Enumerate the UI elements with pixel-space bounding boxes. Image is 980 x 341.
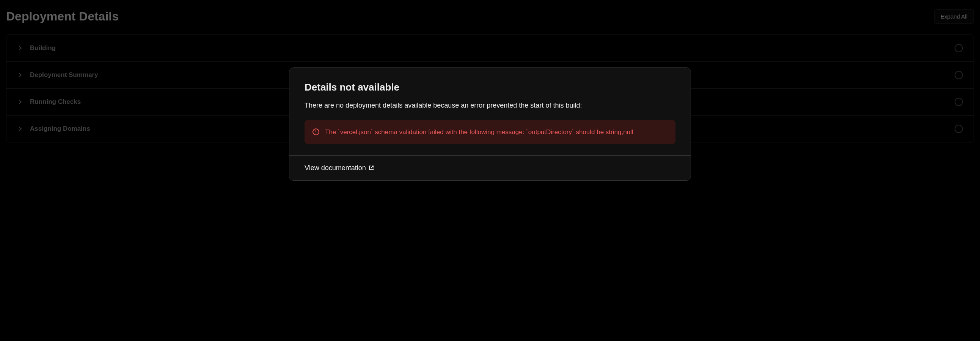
modal-description: There are no deployment details availabl… [305, 100, 675, 111]
accordion-item-left: Assigning Domains [17, 125, 90, 133]
modal-title: Details not available [305, 81, 675, 93]
expand-all-button[interactable]: Expand All [934, 9, 974, 24]
error-message: The `vercel.json` schema validation fail… [325, 127, 633, 137]
error-modal: Details not available There are no deplo… [289, 67, 691, 181]
chevron-right-icon [17, 72, 23, 78]
page-header: Deployment Details Expand All [6, 9, 974, 24]
modal-body: Details not available There are no deplo… [290, 68, 690, 155]
status-circle-icon [955, 98, 963, 106]
accordion-item-left: Deployment Summary [17, 71, 98, 79]
accordion-item-label: Building [30, 44, 56, 52]
doc-link-label: View documentation [305, 164, 366, 172]
chevron-right-icon [17, 126, 23, 132]
error-circle-icon [312, 128, 320, 136]
status-circle-icon [955, 71, 963, 79]
status-circle-icon [955, 44, 963, 52]
page-title: Deployment Details [6, 10, 119, 24]
accordion-item-label: Assigning Domains [30, 125, 90, 133]
accordion-item-left: Building [17, 44, 56, 52]
accordion-item-building[interactable]: Building [6, 35, 974, 62]
status-circle-icon [955, 125, 963, 133]
modal-footer: View documentation [290, 155, 690, 180]
chevron-right-icon [17, 45, 23, 51]
accordion-item-left: Running Checks [17, 98, 81, 106]
view-documentation-link[interactable]: View documentation [305, 164, 374, 172]
accordion-item-label: Deployment Summary [30, 71, 98, 79]
error-box: The `vercel.json` schema validation fail… [305, 120, 675, 144]
chevron-right-icon [17, 99, 23, 105]
external-link-icon [368, 165, 374, 171]
accordion-item-label: Running Checks [30, 98, 81, 106]
